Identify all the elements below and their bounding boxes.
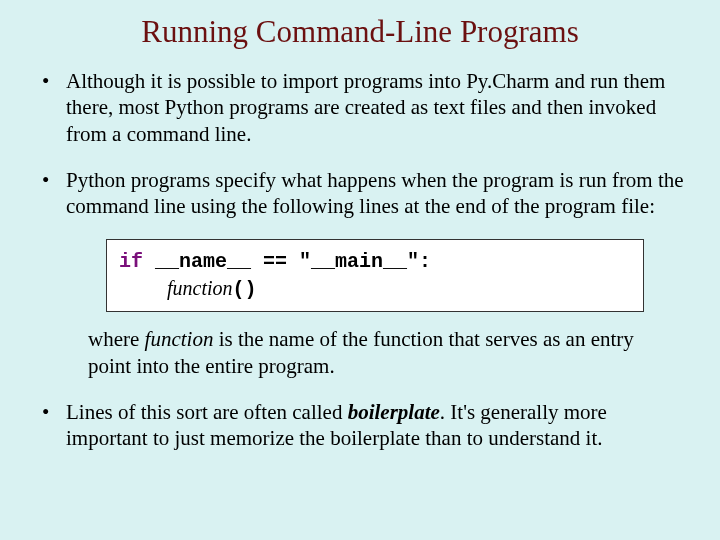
slide-title: Running Command-Line Programs xyxy=(36,14,684,50)
bullet-list: Lines of this sort are often called boil… xyxy=(36,399,684,452)
code-parens: () xyxy=(233,278,257,301)
bullet-item: Python programs specify what happens whe… xyxy=(36,167,684,220)
keyword-if: if xyxy=(119,250,143,273)
code-string: "__main__" xyxy=(299,250,419,273)
explanation: where function is the name of the functi… xyxy=(88,326,648,379)
bullet-item: Lines of this sort are often called boil… xyxy=(36,399,684,452)
expl-pre: where xyxy=(88,327,145,351)
slide: Running Command-Line Programs Although i… xyxy=(0,0,720,491)
code-block: if __name__ == "__main__": function() xyxy=(106,239,644,312)
code-text: __name__ == xyxy=(143,250,299,273)
b3-term: boilerplate xyxy=(348,400,440,424)
code-function-name: function xyxy=(167,277,233,299)
bullet-list: Although it is possible to import progra… xyxy=(36,68,684,219)
expl-fn: function xyxy=(145,327,214,351)
b3-pre: Lines of this sort are often called xyxy=(66,400,348,424)
code-indent xyxy=(119,278,167,301)
bullet-item: Although it is possible to import progra… xyxy=(36,68,684,147)
code-colon: : xyxy=(419,250,431,273)
